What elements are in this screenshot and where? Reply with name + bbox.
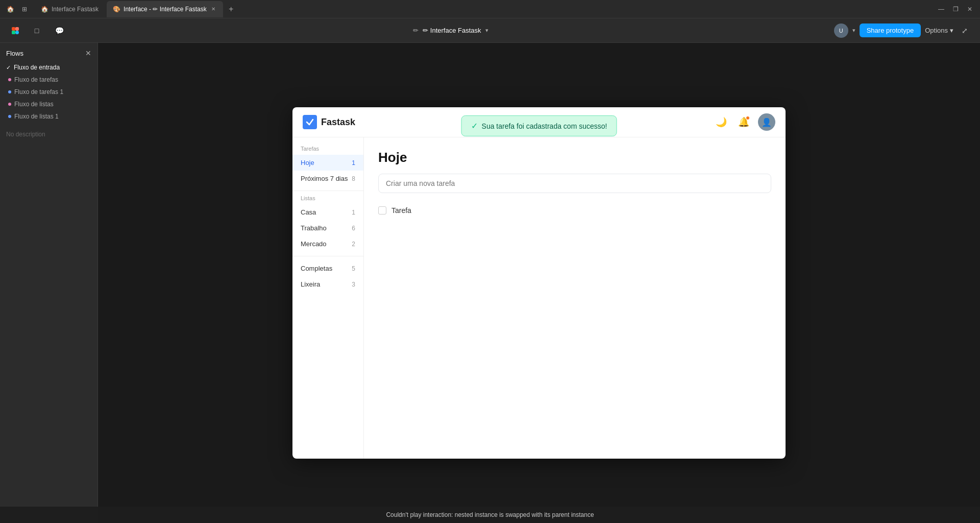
- task-item: Tarefa: [378, 203, 771, 218]
- browser-chrome: 🏠 ⊞ 🏠 Interface Fastask 🎨 Interface - ✏ …: [0, 0, 980, 18]
- nav-hoje-label: Hoje: [301, 159, 314, 167]
- app-leftnav: Tarefas Hoje 1 Próximos 7 dias 8 Listas …: [292, 137, 364, 459]
- user-avatar[interactable]: U: [834, 23, 848, 38]
- flows-sidebar: Flows ✕ ✓ Fluxo de entrada Fluxo de tare…: [0, 43, 98, 523]
- home-icon[interactable]: 🏠: [4, 3, 16, 15]
- tab-label-2: Interface - ✏ Interface Fastask: [124, 6, 207, 13]
- notification-bell[interactable]: 🔔: [736, 114, 752, 130]
- file-name-icon: ✏: [413, 27, 419, 34]
- success-toast: ✓ Sua tarefa foi cadastrada com sucesso!: [461, 115, 617, 136]
- svg-rect-0: [12, 27, 15, 31]
- nav-item-casa[interactable]: Casa 1: [292, 204, 363, 220]
- nav-trabalho-label: Trabalho: [301, 224, 327, 232]
- listas-section-label: Listas: [292, 195, 363, 204]
- tab-favicon-1: 🏠: [41, 6, 48, 13]
- nav-mercado-count: 2: [352, 241, 355, 248]
- new-task-input[interactable]: [378, 174, 771, 193]
- app-logo-icon: [303, 115, 317, 129]
- nav-item-hoje[interactable]: Hoje 1: [292, 155, 363, 171]
- nav-mercado-label: Mercado: [301, 240, 327, 248]
- flow-dot-tarefas: [8, 78, 11, 81]
- comment-tool[interactable]: 💬: [51, 22, 67, 39]
- options-button[interactable]: Options ▾: [925, 27, 953, 34]
- nav-trabalho-count: 6: [352, 225, 355, 232]
- toast-check-icon: ✓: [471, 121, 478, 131]
- share-prototype-button[interactable]: Share prototype: [860, 23, 921, 37]
- expand-icon[interactable]: ⤢: [958, 23, 972, 38]
- figma-file-name-area: ✏ ✏ Interface Fastask ▾: [74, 27, 828, 34]
- svg-rect-1: [15, 27, 19, 31]
- layers-panel-toggle[interactable]: □: [29, 22, 45, 39]
- avatar-dropdown-icon[interactable]: ▾: [852, 27, 855, 34]
- nav-item-proximos[interactable]: Próximos 7 dias 8: [292, 171, 363, 186]
- tab-close-icon[interactable]: ✕: [210, 6, 217, 13]
- figma-toolbar: □ 💬 ✏ ✏ Interface Fastask ▾ U ▾ Share pr…: [0, 18, 980, 43]
- nav-divider-2: [292, 256, 363, 256]
- tarefas-section-label: Tarefas: [292, 146, 363, 155]
- add-tab-button[interactable]: +: [225, 3, 237, 15]
- nav-casa-count: 1: [352, 209, 355, 216]
- no-description: No description: [0, 123, 97, 142]
- flows-title: Flows: [6, 50, 23, 57]
- canvas-area: Fastask 🌙 🔔 👤 ✓ Sua tarefa foi cadastrad…: [98, 43, 980, 523]
- tab-label-1: Interface Fastask: [52, 6, 99, 13]
- browser-tab-2[interactable]: 🎨 Interface - ✏ Interface Fastask ✕: [107, 1, 223, 17]
- flow-active-check: ✓: [6, 64, 11, 71]
- flow-dot-listas: [8, 103, 11, 106]
- svg-rect-4: [12, 31, 15, 34]
- flows-item-listas1-label: Fluxo de listas 1: [14, 113, 59, 120]
- toast-message: Sua tarefa foi cadastrada com sucesso!: [482, 122, 607, 130]
- flows-item-tarefas1[interactable]: Fluxo de tarefas 1: [0, 86, 97, 98]
- nav-proximos-count: 8: [352, 175, 355, 182]
- nav-lixeira-label: Lixeira: [301, 280, 320, 288]
- nav-item-lixeira[interactable]: Lixeira 3: [292, 276, 363, 292]
- maximize-button[interactable]: ❐: [949, 3, 962, 15]
- browser-tab-1[interactable]: 🏠 Interface Fastask: [35, 1, 105, 17]
- flows-item-entrada[interactable]: ✓ Fluxo de entrada: [0, 61, 97, 74]
- flows-item-listas-label: Fluxo de listas: [14, 101, 54, 108]
- app-main-content: Hoje Tarefa: [364, 137, 786, 459]
- file-name-label: ✏ Interface Fastask: [423, 27, 481, 34]
- flows-item-entrada-label: Fluxo de entrada: [14, 64, 60, 71]
- nav-item-trabalho[interactable]: Trabalho 6: [292, 220, 363, 236]
- grid-icon[interactable]: ⊞: [18, 3, 31, 15]
- dark-mode-toggle[interactable]: 🌙: [713, 114, 729, 130]
- nav-casa-label: Casa: [301, 208, 316, 216]
- browser-tabs: 🏠 Interface Fastask 🎨 Interface - ✏ Inte…: [35, 1, 935, 17]
- minimize-button[interactable]: —: [935, 3, 947, 15]
- app-logo: Fastask: [303, 115, 355, 129]
- tab-favicon-2: 🎨: [113, 6, 120, 13]
- options-label: Options: [925, 27, 948, 34]
- user-profile-avatar[interactable]: 👤: [758, 113, 775, 131]
- nav-hoje-count: 1: [352, 159, 355, 167]
- flow-dot-tarefas1: [8, 90, 11, 93]
- main-layout: Flows ✕ ✓ Fluxo de entrada Fluxo de tare…: [0, 43, 980, 523]
- task-label: Tarefa: [391, 206, 411, 215]
- browser-nav: 🏠 ⊞: [4, 3, 31, 15]
- app-body: Tarefas Hoje 1 Próximos 7 dias 8 Listas …: [292, 137, 786, 459]
- flows-item-tarefas[interactable]: Fluxo de tarefas: [0, 74, 97, 86]
- nav-item-completas[interactable]: Completas 5: [292, 260, 363, 276]
- flows-item-tarefas1-label: Fluxo de tarefas 1: [14, 88, 63, 96]
- nav-proximos-label: Próximos 7 dias: [301, 175, 348, 182]
- flows-close-icon[interactable]: ✕: [85, 49, 91, 57]
- close-window-button[interactable]: ✕: [964, 3, 976, 15]
- flow-dot-listas1: [8, 115, 11, 118]
- file-name-dropdown-icon[interactable]: ▾: [485, 27, 488, 34]
- nav-completas-count: 5: [352, 265, 355, 272]
- task-checkbox[interactable]: [378, 206, 386, 215]
- status-message: Couldn't play interaction: nested instan…: [386, 511, 594, 518]
- app-window: Fastask 🌙 🔔 👤 ✓ Sua tarefa foi cadastrad…: [292, 107, 786, 459]
- page-title: Hoje: [378, 150, 771, 165]
- flows-item-listas[interactable]: Fluxo de listas: [0, 98, 97, 110]
- nav-divider-1: [292, 191, 363, 191]
- app-topbar-right: 🌙 🔔 👤: [713, 113, 775, 131]
- figma-logo[interactable]: [8, 23, 22, 38]
- flows-item-tarefas-label: Fluxo de tarefas: [14, 76, 58, 83]
- nav-item-mercado[interactable]: Mercado 2: [292, 236, 363, 252]
- flows-item-listas1[interactable]: Fluxo de listas 1: [0, 110, 97, 123]
- figma-toolbar-right: U ▾ Share prototype Options ▾ ⤢: [834, 23, 972, 38]
- nav-completas-label: Completas: [301, 265, 332, 272]
- notification-badge: [746, 116, 750, 120]
- svg-point-3: [15, 31, 19, 34]
